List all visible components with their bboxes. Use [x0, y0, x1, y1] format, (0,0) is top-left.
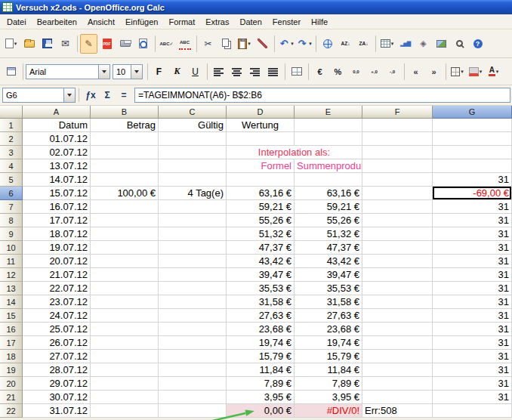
cell-B1[interactable]: Betrag — [91, 119, 159, 132]
background-color-button[interactable]: ▾ — [467, 62, 484, 82]
borders-button[interactable]: ▾ — [449, 62, 466, 82]
cell-C1[interactable]: Gültig — [159, 119, 227, 132]
font-name-combo-dropdown[interactable] — [98, 65, 109, 79]
cell-F6[interactable] — [362, 187, 433, 200]
row-header-15[interactable]: 15 — [0, 309, 23, 323]
cell-C4[interactable] — [159, 159, 227, 173]
row-header-11[interactable]: 11 — [0, 255, 23, 268]
delete-decimal-button[interactable]: -,0 — [384, 62, 401, 82]
cell-E16[interactable]: 23,68 € — [295, 323, 362, 336]
row-header-19[interactable]: 19 — [0, 363, 23, 377]
new-document-button[interactable]: ▾ — [2, 34, 20, 54]
copy-button[interactable] — [217, 34, 235, 54]
cell-D10[interactable]: 47,37 € — [227, 241, 295, 255]
cell-C16[interactable] — [159, 323, 227, 336]
row-header-22[interactable]: 22 — [0, 404, 23, 418]
cell-G2[interactable] — [433, 132, 512, 146]
decrease-indent-button[interactable]: « — [407, 62, 424, 82]
cell-F11[interactable] — [362, 255, 433, 268]
format-paintbrush-button[interactable] — [254, 34, 271, 54]
cell-G16[interactable]: 31 — [433, 323, 512, 336]
cell-E7[interactable]: 59,21 € — [295, 200, 362, 214]
cell-G19[interactable]: 31 — [433, 363, 512, 377]
cell-F10[interactable] — [362, 241, 433, 255]
cell-F16[interactable] — [362, 323, 433, 336]
row-header-16[interactable]: 16 — [0, 323, 23, 336]
cell-D17[interactable]: 19,74 € — [227, 336, 295, 350]
cell-A5[interactable]: 14.07.12 — [23, 173, 91, 187]
cell-C8[interactable] — [159, 214, 227, 227]
row-header-6[interactable]: 6 — [0, 187, 23, 200]
row-header-10[interactable]: 10 — [0, 241, 23, 255]
cell-E5[interactable] — [295, 173, 362, 187]
cell-A4[interactable]: 13.07.12 — [23, 159, 91, 173]
cell-B12[interactable] — [91, 268, 159, 282]
cell-E17[interactable]: 19,74 € — [295, 336, 362, 350]
cell-F9[interactable] — [362, 227, 433, 241]
navigator-button[interactable]: ◈ — [415, 34, 432, 54]
row-header-18[interactable]: 18 — [0, 350, 23, 363]
cell-E8[interactable]: 55,26 € — [295, 214, 362, 227]
cell-D13[interactable]: 35,53 € — [227, 282, 295, 295]
cell-F18[interactable] — [362, 350, 433, 363]
cell-E21[interactable]: 3,95 € — [295, 391, 362, 404]
cell-G21[interactable]: 31 — [433, 391, 512, 404]
cell-E11[interactable]: 43,42 € — [295, 255, 362, 268]
cell-F1[interactable] — [362, 119, 433, 132]
cell-G20[interactable]: 31 — [433, 377, 512, 391]
cell-F22[interactable]: Err:508 — [362, 404, 433, 418]
cell-D4[interactable]: Formel — [227, 159, 295, 173]
cell-F14[interactable] — [362, 295, 433, 309]
cell-C17[interactable] — [159, 336, 227, 350]
cell-C3[interactable] — [159, 146, 227, 159]
cell-G12[interactable]: 31 — [433, 268, 512, 282]
cell-B17[interactable] — [91, 336, 159, 350]
align-justify-button[interactable] — [264, 62, 282, 82]
hyperlink-button[interactable] — [319, 34, 336, 54]
sort-descending-button[interactable]: ZA↓ — [355, 34, 372, 54]
cell-A8[interactable]: 17.07.12 — [23, 214, 91, 227]
column-header-D[interactable]: D — [227, 106, 295, 119]
cell-B20[interactable] — [91, 377, 159, 391]
cell-F15[interactable] — [362, 309, 433, 323]
cell-B15[interactable] — [91, 309, 159, 323]
row-header-13[interactable]: 13 — [0, 282, 23, 295]
italic-button[interactable]: K — [168, 62, 186, 82]
cell-C15[interactable] — [159, 309, 227, 323]
cell-A15[interactable]: 24.07.12 — [23, 309, 91, 323]
cell-E9[interactable]: 51,32 € — [295, 227, 362, 241]
standard-format-button[interactable]: 0,0 — [347, 62, 365, 82]
column-header-B[interactable]: B — [91, 106, 159, 119]
cell-G14[interactable]: 31 — [433, 295, 512, 309]
cell-B14[interactable] — [91, 295, 159, 309]
align-center-button[interactable] — [228, 62, 245, 82]
row-header-14[interactable]: 14 — [0, 295, 23, 309]
cell-A10[interactable]: 19.07.12 — [23, 241, 91, 255]
cell-A17[interactable]: 26.07.12 — [23, 336, 91, 350]
cell-A9[interactable]: 18.07.12 — [23, 227, 91, 241]
cell-A6[interactable]: 15.07.12 — [23, 187, 91, 200]
font-name-combo[interactable]: Arial — [26, 64, 110, 79]
row-header-8[interactable]: 8 — [0, 214, 23, 227]
cell-C6[interactable]: 4 Tag(e) — [159, 187, 227, 200]
cell-A7[interactable]: 16.07.12 — [23, 200, 91, 214]
cell-C7[interactable] — [159, 200, 227, 214]
cell-B3[interactable] — [91, 146, 159, 159]
cell-A13[interactable]: 22.07.12 — [23, 282, 91, 295]
cell-C18[interactable] — [159, 350, 227, 363]
cell-G9[interactable]: 31 — [433, 227, 512, 241]
cell-G7[interactable]: 31 — [433, 200, 512, 214]
print-button[interactable] — [116, 34, 134, 54]
cell-G18[interactable]: 31 — [433, 350, 512, 363]
cell-F4[interactable] — [362, 159, 433, 173]
cell-E22[interactable]: #DIV/0! — [295, 404, 362, 418]
save-button[interactable] — [39, 34, 56, 54]
spellcheck-button[interactable]: ABC✓ — [158, 34, 175, 54]
cell-B19[interactable] — [91, 363, 159, 377]
cell-B21[interactable] — [91, 391, 159, 404]
cell-B11[interactable] — [91, 255, 159, 268]
cell-D19[interactable]: 11,84 € — [227, 363, 295, 377]
row-header-17[interactable]: 17 — [0, 336, 23, 350]
select-all-corner[interactable] — [0, 106, 23, 119]
cell-D1[interactable]: Wertung — [227, 119, 295, 132]
